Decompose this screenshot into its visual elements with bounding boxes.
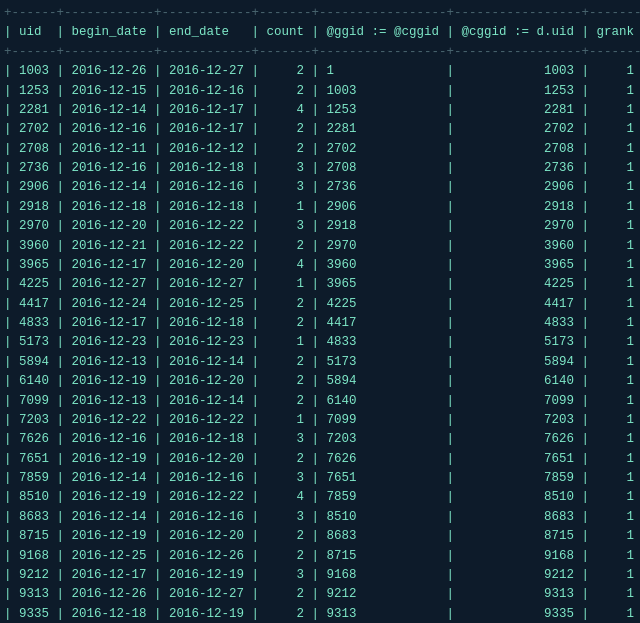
table-row: | 2708 | 2016-12-11 | 2016-12-12 | 2 | 2… (0, 140, 640, 159)
table-row: | 5173 | 2016-12-23 | 2016-12-23 | 1 | 4… (0, 333, 640, 352)
table-row: | 1253 | 2016-12-15 | 2016-12-16 | 2 | 1… (0, 82, 640, 101)
table-row: | 8715 | 2016-12-19 | 2016-12-20 | 2 | 8… (0, 527, 640, 546)
table-row: | 2970 | 2016-12-20 | 2016-12-22 | 3 | 2… (0, 217, 640, 236)
table-row: | 3960 | 2016-12-21 | 2016-12-22 | 2 | 2… (0, 237, 640, 256)
query-results: +------+------------+------------+------… (0, 0, 640, 623)
table-row: | 4417 | 2016-12-24 | 2016-12-25 | 2 | 4… (0, 295, 640, 314)
table-row: | 7099 | 2016-12-13 | 2016-12-14 | 2 | 6… (0, 392, 640, 411)
table-row: | 2906 | 2016-12-14 | 2016-12-16 | 3 | 2… (0, 178, 640, 197)
table-header: | uid | begin_date | end_date | count | … (0, 23, 640, 42)
table-row: | 8510 | 2016-12-19 | 2016-12-22 | 4 | 7… (0, 488, 640, 507)
table-row: | 2702 | 2016-12-16 | 2016-12-17 | 2 | 2… (0, 120, 640, 139)
table-row: | 5894 | 2016-12-13 | 2016-12-14 | 2 | 5… (0, 353, 640, 372)
terminal-window: +------+------------+------------+------… (0, 0, 640, 623)
table-row: | 4225 | 2016-12-27 | 2016-12-27 | 1 | 3… (0, 275, 640, 294)
table-row: | 7859 | 2016-12-14 | 2016-12-16 | 3 | 7… (0, 469, 640, 488)
table-row: | 6140 | 2016-12-19 | 2016-12-20 | 2 | 5… (0, 372, 640, 391)
table-row: | 2918 | 2016-12-18 | 2016-12-18 | 1 | 2… (0, 198, 640, 217)
table-row: | 4833 | 2016-12-17 | 2016-12-18 | 2 | 4… (0, 314, 640, 333)
table-row: | 9212 | 2016-12-17 | 2016-12-19 | 3 | 9… (0, 566, 640, 585)
table-body: | 1003 | 2016-12-26 | 2016-12-27 | 2 | 1… (0, 62, 640, 623)
table-row: | 9168 | 2016-12-25 | 2016-12-26 | 2 | 8… (0, 547, 640, 566)
table-row: | 1003 | 2016-12-26 | 2016-12-27 | 2 | 1… (0, 62, 640, 81)
table-row: | 2281 | 2016-12-14 | 2016-12-17 | 4 | 1… (0, 101, 640, 120)
table-row: | 7651 | 2016-12-19 | 2016-12-20 | 2 | 7… (0, 450, 640, 469)
table-row: | 9335 | 2016-12-18 | 2016-12-19 | 2 | 9… (0, 605, 640, 623)
header-separator: +------+------------+------------+------… (0, 43, 640, 62)
table-row: | 3965 | 2016-12-17 | 2016-12-20 | 4 | 3… (0, 256, 640, 275)
table-row: | 8683 | 2016-12-14 | 2016-12-16 | 3 | 8… (0, 508, 640, 527)
table-row: | 2736 | 2016-12-16 | 2016-12-18 | 3 | 2… (0, 159, 640, 178)
top-separator: +------+------------+------------+------… (0, 4, 640, 23)
table-row: | 7203 | 2016-12-22 | 2016-12-22 | 1 | 7… (0, 411, 640, 430)
table-row: | 7626 | 2016-12-16 | 2016-12-18 | 3 | 7… (0, 430, 640, 449)
table-row: | 9313 | 2016-12-26 | 2016-12-27 | 2 | 9… (0, 585, 640, 604)
